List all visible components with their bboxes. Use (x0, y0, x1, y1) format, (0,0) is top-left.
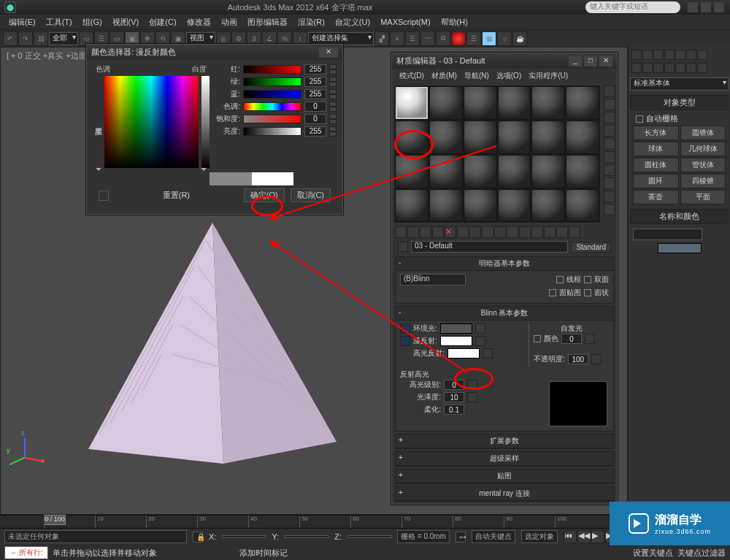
geometry-button[interactable]: 球体 (633, 142, 679, 156)
cmd-panel-icon[interactable] (631, 63, 642, 73)
ref-coord-select[interactable]: 视图 (186, 32, 215, 45)
link-button[interactable]: ⛓ (34, 31, 48, 46)
hue-marker-icon[interactable] (96, 168, 101, 174)
coord-y-input[interactable] (285, 535, 328, 538)
me-tool-button[interactable] (482, 226, 493, 238)
me-max-button[interactable]: □ (584, 56, 597, 66)
me-sidebar-button[interactable] (604, 112, 615, 123)
blinn-rollout-header[interactable]: Blinn 基本参数 (480, 309, 528, 317)
me-sidebar-button[interactable] (604, 151, 615, 163)
me-tool-button[interactable] (407, 226, 419, 238)
color-picker-close-button[interactable]: ✕ (319, 47, 338, 58)
material-slot[interactable] (395, 86, 429, 120)
me-tool-button[interactable] (556, 226, 568, 238)
cmd-panel-icon[interactable] (642, 63, 653, 73)
ext-rollout-header[interactable]: +扩展参数 (396, 434, 613, 448)
menu-maxscript[interactable]: MAXScript(M) (376, 16, 434, 28)
lock-icon[interactable]: 🔒 (193, 532, 203, 542)
cmd-panel-icon[interactable] (664, 63, 675, 73)
material-slot[interactable] (566, 189, 599, 223)
cmd-panel-icon[interactable] (631, 50, 642, 60)
eyedropper-button[interactable] (99, 191, 109, 201)
ss-rollout-header[interactable]: +超级采样 (396, 452, 613, 466)
spec-level-map-button[interactable] (467, 380, 477, 390)
material-slot[interactable] (429, 120, 463, 154)
shader-select[interactable]: (B)Blinn (400, 274, 466, 285)
redo-button[interactable]: ↷ (18, 31, 33, 46)
render-frame-button[interactable]: ▦ (482, 31, 496, 46)
menu-animation[interactable]: 动画 (217, 15, 242, 29)
material-slot[interactable] (464, 120, 497, 154)
cp-spinner[interactable] (329, 101, 337, 112)
me-sidebar-button[interactable] (604, 138, 615, 150)
cmd-panel-icon[interactable] (697, 50, 707, 60)
cmd-panel-icon[interactable] (675, 50, 685, 60)
align-button[interactable]: ≡ (390, 31, 404, 46)
cmd-panel-icon[interactable] (653, 63, 664, 73)
cp-slider[interactable] (243, 90, 301, 99)
object-color-swatch[interactable] (658, 243, 702, 253)
me-tool-button[interactable] (420, 226, 431, 238)
close-icon[interactable] (714, 2, 724, 12)
cp-spinner[interactable] (329, 89, 337, 99)
value-strip[interactable] (201, 76, 210, 168)
cancel-button[interactable]: 取消(C) (291, 188, 331, 202)
material-slot[interactable] (429, 189, 463, 223)
material-slot[interactable] (531, 155, 565, 188)
material-slot[interactable] (464, 189, 497, 223)
me-tool-button[interactable] (432, 226, 444, 238)
add-time-tag-button[interactable]: 添加时间标记 (239, 548, 288, 559)
value-marker-icon[interactable] (201, 168, 207, 174)
cmd-panel-icon[interactable] (697, 63, 707, 73)
reset-button[interactable]: 重置(R) (115, 190, 238, 201)
material-slot[interactable] (464, 86, 497, 120)
me-sidebar-button[interactable] (604, 177, 615, 189)
me-min-button[interactable]: _ (569, 56, 582, 66)
me-sidebar-button[interactable] (604, 164, 615, 176)
menu-graph[interactable]: 图形编辑器 (243, 15, 292, 29)
geometry-button[interactable]: 茶壶 (633, 190, 679, 204)
specular-swatch[interactable] (447, 348, 480, 358)
geometry-button[interactable]: 圆环 (633, 174, 679, 188)
si-value-input[interactable] (561, 334, 582, 344)
ok-button[interactable]: 确定(O) (244, 188, 285, 202)
menu-render[interactable]: 渲染(R) (293, 15, 329, 29)
material-slot[interactable] (566, 86, 599, 120)
material-slot[interactable] (531, 189, 565, 223)
mirror-button[interactable]: ▞ (374, 31, 389, 46)
faceted-checkbox[interactable] (584, 289, 591, 296)
name-color-header[interactable]: 名称和颜色 (630, 209, 729, 224)
me-tool-button[interactable]: ✕ (445, 226, 456, 238)
coord-z-input[interactable] (347, 535, 391, 538)
si-color-checkbox[interactable] (534, 335, 541, 342)
eyedropper-icon[interactable] (398, 242, 408, 252)
menu-create[interactable]: 创建(C) (145, 15, 180, 29)
cp-spinner[interactable] (329, 64, 337, 74)
opacity-input[interactable] (568, 354, 588, 364)
material-slot[interactable] (498, 189, 531, 223)
material-type-button[interactable]: Standard (571, 242, 611, 253)
wireframe-checkbox[interactable] (556, 276, 564, 283)
geometry-button[interactable]: 几何球体 (680, 142, 726, 156)
ambient-swatch[interactable] (440, 323, 472, 334)
cp-value-input[interactable]: 255 (304, 77, 326, 87)
shader-rollout-header[interactable]: 明暗器基本参数 (479, 259, 530, 267)
ambient-map-button[interactable] (475, 323, 485, 334)
undo-button[interactable]: ↶ (3, 31, 18, 46)
link-ambient-icon[interactable] (400, 323, 410, 334)
material-slot[interactable] (531, 120, 565, 154)
me-sidebar-button[interactable] (604, 125, 615, 137)
key-lock-icon[interactable]: ⊶ (456, 532, 466, 542)
cmd-panel-icon[interactable] (664, 50, 675, 60)
maps-rollout-header[interactable]: +贴图 (396, 469, 613, 483)
cmd-panel-icon[interactable] (642, 50, 653, 60)
me-tool-button[interactable] (569, 226, 580, 238)
geometry-button[interactable]: 圆柱体 (633, 158, 679, 172)
soften-input[interactable] (444, 404, 464, 415)
geometry-button[interactable]: 管状体 (680, 158, 726, 172)
si-map-button[interactable] (585, 334, 595, 344)
diffuse-map-button[interactable] (475, 336, 485, 346)
menu-group[interactable]: 组(G) (78, 15, 107, 29)
playback-button[interactable]: ◀◀ (577, 530, 591, 543)
diffuse-swatch[interactable] (440, 336, 472, 346)
